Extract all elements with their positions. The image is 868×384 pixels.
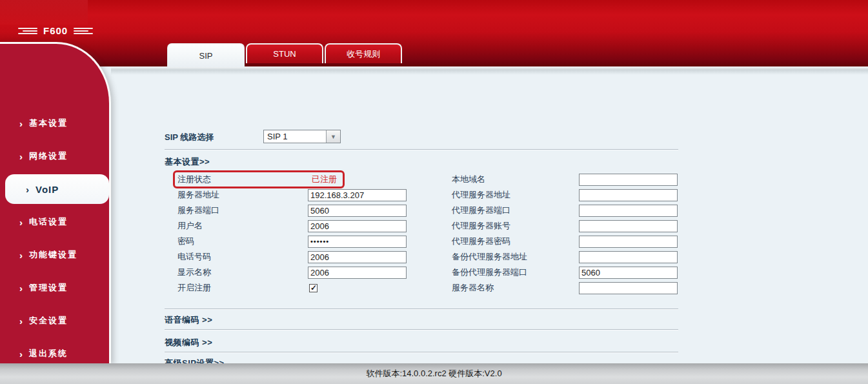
display-name-input[interactable] (308, 267, 407, 279)
password-input[interactable] (308, 236, 407, 248)
divider (165, 329, 678, 330)
sidebar-item-basic-settings[interactable]: ›基本设置 (0, 108, 109, 138)
display-name-label: 显示名称 (177, 267, 308, 278)
chevron-right-icon: › (19, 316, 23, 326)
username-label: 用户名 (177, 220, 308, 232)
section-video-codec[interactable]: 视频编码 >> (165, 337, 212, 349)
sidebar-item-network-settings[interactable]: ›网络设置 (0, 141, 109, 171)
phone-number-label: 电话号码 (177, 251, 308, 263)
field-row-proxy-server-port: 代理服务器端口 (452, 203, 678, 218)
page: F600 SIPSTUN收号规则 ›基本设置›网络设置›VoIP›电话设置›功能… (0, 0, 868, 384)
field-row-username: 用户名 (177, 218, 407, 234)
sidebar-item-function-key-settings[interactable]: ›功能键设置 (0, 240, 109, 270)
password-label: 密码 (177, 236, 308, 247)
chevron-right-icon: › (19, 349, 23, 359)
section-audio-codec[interactable]: 语音编码 >> (165, 314, 212, 326)
enable-register-label: 开启注册 (177, 282, 308, 294)
proxy-server-address-label: 代理服务器地址 (452, 189, 579, 201)
tab-sip[interactable]: SIP (167, 43, 245, 67)
phone-number-input[interactable] (308, 251, 407, 263)
tab-stun[interactable]: STUN (246, 43, 323, 63)
divider (165, 308, 678, 310)
sip-line-select-value: SIP 1 (264, 130, 326, 143)
form-column-left: 注册状态已注册服务器地址服务器端口用户名密码电话号码显示名称开启注册 (177, 172, 407, 296)
field-row-registration-status: 注册状态已注册 (177, 172, 407, 187)
server-port-label: 服务器端口 (177, 205, 308, 216)
form-column-right: 本地域名代理服务器地址代理服务器端口代理服务器账号代理服务器密码备份代理服务器地… (452, 172, 678, 296)
field-row-phone-number: 电话号码 (177, 249, 407, 265)
field-row-proxy-server-address: 代理服务器地址 (452, 187, 678, 203)
brand-logo: F600 (17, 25, 94, 36)
chevron-right-icon: › (19, 217, 23, 227)
chevron-right-icon: › (19, 250, 23, 260)
sidebar-item-management-settings[interactable]: ›管理设置 (0, 273, 109, 303)
field-row-backup-proxy-server-port: 备份代理服务器端口 (452, 265, 678, 280)
field-row-enable-register: 开启注册 (177, 280, 407, 296)
proxy-server-port-label: 代理服务器端口 (452, 205, 579, 216)
sidebar-item-label: 安全设置 (29, 315, 68, 327)
backup-proxy-server-address-label: 备份代理服务器地址 (452, 251, 579, 263)
field-row-server-port: 服务器端口 (177, 203, 407, 218)
form-columns: 注册状态已注册服务器地址服务器端口用户名密码电话号码显示名称开启注册 本地域名代… (177, 172, 678, 296)
sidebar-item-label: 电话设置 (29, 216, 68, 228)
field-row-proxy-server-password: 代理服务器密码 (452, 234, 678, 249)
section-basic-settings[interactable]: 基本设置>> (165, 156, 210, 168)
field-row-display-name: 显示名称 (177, 265, 407, 280)
field-row-backup-proxy-server-address: 备份代理服务器地址 (452, 249, 678, 265)
sidebar-item-label: VoIP (35, 184, 59, 195)
server-port-input[interactable] (308, 205, 407, 217)
username-input[interactable] (308, 220, 407, 232)
local-domain-label: 本地域名 (452, 174, 579, 185)
divider (165, 149, 678, 150)
field-row-server-address: 服务器地址 (177, 187, 407, 203)
backup-proxy-server-address-input[interactable] (579, 251, 678, 263)
sidebar: ›基本设置›网络设置›VoIP›电话设置›功能键设置›管理设置›安全设置›退出系… (0, 42, 111, 363)
proxy-server-address-input[interactable] (579, 189, 678, 201)
proxy-server-password-label: 代理服务器密码 (452, 236, 579, 247)
sidebar-item-label: 功能键设置 (29, 249, 77, 261)
registration-status-value: 已注册 (312, 174, 337, 185)
server-name-input[interactable] (579, 282, 678, 294)
proxy-server-account-label: 代理服务器账号 (452, 220, 579, 232)
field-row-local-domain: 本地域名 (452, 172, 678, 187)
sidebar-item-security-settings[interactable]: ›安全设置 (0, 306, 109, 336)
local-domain-input[interactable] (579, 174, 678, 186)
proxy-server-port-input[interactable] (579, 205, 678, 217)
logo-text: F600 (43, 25, 68, 36)
field-row-proxy-server-account: 代理服务器账号 (452, 218, 678, 234)
sidebar-item-label: 网络设置 (29, 150, 68, 162)
tab-bar: SIPSTUN收号规则 (167, 43, 402, 66)
proxy-server-password-input[interactable] (579, 236, 678, 248)
sidebar-nav: ›基本设置›网络设置›VoIP›电话设置›功能键设置›管理设置›安全设置›退出系… (0, 44, 109, 369)
backup-proxy-server-port-label: 备份代理服务器端口 (452, 267, 579, 278)
logo-block (0, 0, 88, 25)
sidebar-item-phone-settings[interactable]: ›电话设置 (0, 207, 109, 237)
field-row-server-name: 服务器名称 (452, 280, 678, 296)
logo-speedlines-icon (17, 26, 37, 35)
chevron-down-icon: ▼ (326, 130, 340, 143)
backup-proxy-server-port-input[interactable] (579, 267, 678, 279)
field-row-password: 密码 (177, 234, 407, 249)
sidebar-item-label: 退出系统 (29, 348, 68, 359)
version-info: 软件版本:14.0.0.2.rc2 硬件版本:V2.0 (366, 368, 501, 379)
main-content: SIP 线路选择 SIP 1 ▼ 基本设置>> 注册状态已注册服务器地址服务器端… (111, 66, 868, 363)
server-address-input[interactable] (308, 189, 407, 201)
chevron-right-icon: › (19, 119, 23, 128)
sidebar-item-voip[interactable]: ›VoIP (5, 174, 109, 204)
chevron-right-icon: › (19, 283, 23, 293)
divider (165, 352, 678, 353)
sidebar-item-label: 管理设置 (29, 282, 68, 294)
chevron-right-icon: › (26, 185, 29, 194)
server-name-label: 服务器名称 (452, 282, 579, 294)
registration-status-label: 注册状态 (177, 174, 308, 185)
server-address-label: 服务器地址 (177, 189, 308, 201)
footer-status-bar: 软件版本:14.0.0.2.rc2 硬件版本:V2.0 (0, 363, 868, 384)
sip-line-select[interactable]: SIP 1 ▼ (263, 130, 341, 143)
proxy-server-account-input[interactable] (579, 220, 678, 232)
header: F600 (0, 0, 868, 66)
tab-dial-rules[interactable]: 收号规则 (325, 43, 402, 63)
enable-register-checkbox[interactable] (309, 284, 318, 292)
sidebar-item-label: 基本设置 (29, 117, 68, 129)
logo-speedlines-icon (74, 26, 94, 35)
sip-line-select-label: SIP 线路选择 (165, 132, 214, 143)
